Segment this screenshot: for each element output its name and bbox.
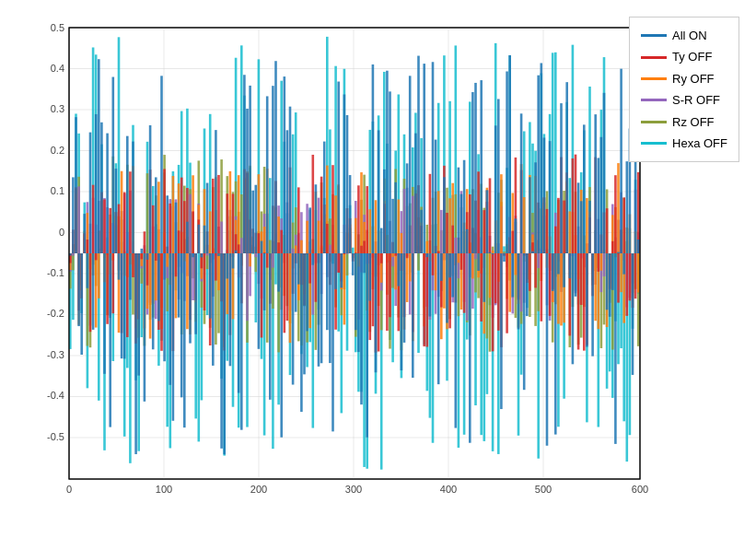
svg-rect-1034	[622, 197, 625, 253]
svg-text:100: 100	[156, 484, 172, 495]
svg-rect-796	[515, 253, 518, 275]
svg-rect-1187	[489, 252, 492, 253]
svg-rect-954	[394, 253, 397, 256]
svg-rect-1160	[412, 253, 414, 378]
svg-rect-1225	[598, 158, 600, 253]
svg-rect-1129	[323, 142, 326, 253]
svg-rect-1011	[557, 198, 560, 253]
svg-rect-812	[560, 253, 563, 325]
svg-rect-1112	[274, 61, 277, 253]
svg-rect-443	[77, 186, 80, 253]
svg-rect-1080	[183, 253, 186, 427]
svg-rect-1146	[372, 64, 375, 253]
svg-rect-1047	[89, 133, 92, 253]
legend-label-tyoff: Ty OFF	[672, 46, 712, 67]
svg-rect-1074	[166, 195, 169, 253]
svg-rect-139	[352, 248, 355, 253]
svg-rect-1138	[349, 175, 352, 253]
svg-rect-754	[394, 253, 397, 289]
svg-rect-1132	[331, 253, 334, 431]
svg-text:400: 400	[440, 484, 457, 495]
svg-text:-0.3: -0.3	[47, 349, 64, 360]
svg-rect-1130	[326, 253, 329, 330]
svg-rect-776	[458, 253, 460, 263]
svg-rect-1172	[446, 253, 448, 323]
svg-rect-758	[406, 253, 409, 302]
svg-rect-382	[474, 253, 477, 292]
svg-rect-920	[297, 187, 300, 253]
svg-rect-815	[569, 211, 572, 253]
svg-rect-1061	[129, 253, 132, 299]
svg-rect-1036	[629, 253, 632, 300]
svg-rect-1124	[308, 207, 311, 253]
svg-text:600: 600	[632, 484, 648, 495]
svg-rect-1113	[277, 253, 280, 292]
legend-label-allon: All ON	[672, 25, 707, 46]
svg-rect-1116	[286, 130, 289, 253]
svg-text:0.1: 0.1	[51, 185, 64, 196]
svg-rect-1171	[443, 177, 446, 253]
svg-rect-928	[320, 177, 323, 253]
svg-rect-1218	[577, 182, 580, 253]
svg-rect-1111	[272, 86, 274, 253]
svg-rect-984	[480, 253, 483, 322]
svg-rect-995	[512, 231, 515, 253]
svg-rect-112	[274, 253, 277, 285]
svg-rect-740	[355, 218, 357, 253]
svg-rect-604	[537, 253, 540, 268]
svg-rect-1143	[363, 253, 366, 273]
legend-label-sroff: S-R OFF	[672, 89, 720, 111]
svg-rect-771	[443, 253, 446, 309]
svg-rect-977	[460, 253, 463, 270]
svg-rect-1117	[289, 107, 292, 253]
svg-rect-914	[280, 230, 283, 253]
svg-rect-1069	[152, 253, 155, 349]
svg-rect-787	[489, 253, 492, 298]
svg-rect-833	[620, 253, 622, 292]
svg-rect-853	[106, 253, 109, 324]
chart-legend: All ON Ty OFF Ry OFF S-R OFF Rz OFF Hexa…	[629, 17, 739, 162]
svg-rect-753	[391, 253, 394, 257]
svg-rect-1206	[543, 137, 546, 253]
svg-rect-1197	[518, 253, 520, 330]
svg-rect-671	[157, 181, 160, 253]
svg-rect-1223	[591, 253, 594, 357]
legend-item-tyoff: Ty OFF	[641, 46, 727, 67]
svg-rect-936	[343, 253, 346, 254]
svg-rect-866	[144, 231, 146, 253]
svg-rect-978	[463, 253, 466, 313]
svg-rect-1059	[123, 253, 126, 358]
svg-rect-862	[132, 253, 134, 277]
legend-item-ryoff: Ry OFF	[641, 68, 727, 89]
svg-rect-1174	[451, 253, 454, 298]
svg-rect-1003	[534, 253, 537, 287]
svg-rect-854	[109, 208, 111, 253]
svg-rect-1128	[320, 253, 323, 363]
svg-rect-993	[506, 253, 508, 333]
svg-rect-1103	[249, 86, 251, 253]
legend-color-hexaoff	[641, 142, 667, 145]
svg-rect-745	[369, 209, 372, 253]
svg-rect-1156	[401, 253, 403, 370]
svg-rect-832	[617, 163, 620, 253]
svg-rect-1131	[329, 253, 331, 363]
svg-rect-1020	[583, 253, 586, 351]
svg-rect-983	[477, 171, 480, 253]
svg-rect-1235	[626, 161, 629, 253]
svg-rect-1141	[357, 253, 360, 352]
svg-rect-1150	[383, 170, 386, 253]
svg-rect-1204	[537, 76, 540, 253]
svg-rect-723	[306, 221, 308, 253]
svg-text:-0.4: -0.4	[47, 390, 64, 401]
svg-text:0.5: 0.5	[51, 22, 64, 33]
svg-rect-1140	[355, 253, 357, 330]
svg-rect-964	[423, 253, 425, 346]
svg-rect-880	[183, 201, 186, 253]
svg-rect-719	[295, 245, 297, 253]
legend-label-ryoff: Ry OFF	[672, 68, 715, 89]
svg-rect-989	[494, 253, 497, 303]
svg-rect-773	[448, 198, 451, 253]
svg-rect-1077	[175, 203, 178, 253]
svg-text:300: 300	[345, 484, 362, 495]
svg-rect-899	[238, 244, 240, 253]
